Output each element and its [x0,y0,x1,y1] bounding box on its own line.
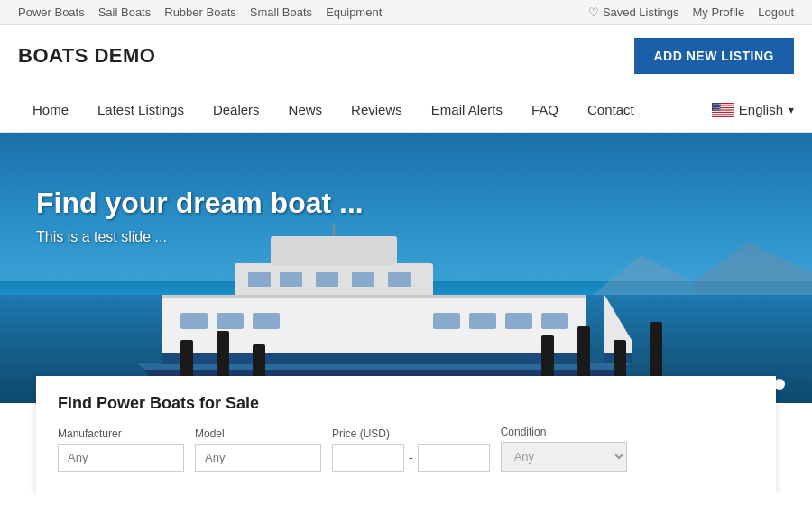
price-label: Price (USD) [332,427,490,440]
svg-rect-41 [316,272,338,287]
add-listing-button[interactable]: ADD NEW LISTING [634,38,795,74]
hero-text: Find your dream boat ... This is a test … [36,187,364,245]
manufacturer-input[interactable] [58,444,184,472]
svg-rect-5 [712,113,734,114]
nav-reviews[interactable]: Reviews [337,87,417,132]
svg-rect-45 [162,295,586,298]
svg-rect-39 [248,272,271,287]
price-max-input[interactable] [418,444,490,472]
category-small-boats[interactable]: Small Boats [250,5,312,19]
hero-subtext: This is a test slide ... [36,229,364,245]
model-label: Model [195,427,321,440]
price-min-input[interactable] [332,444,404,472]
category-sail-boats[interactable]: Sail Boats [98,5,152,19]
nav-links: Home Latest Listings Dealers News Review… [18,87,649,132]
svg-marker-27 [695,242,812,300]
nav-email-alerts[interactable]: Email Alerts [417,87,517,132]
language-selector[interactable]: ★★★★★ ★★★★ ★★★★★ ★★★★ English ▾ [712,102,794,117]
header: BOATS DEMO ADD NEW LISTING [0,25,812,87]
nav-home[interactable]: Home [18,87,83,132]
category-power-boats[interactable]: Power Boats [18,5,85,19]
language-dropdown-arrow: ▾ [789,104,794,116]
svg-rect-43 [388,272,411,287]
category-links: Power Boats Sail Boats Rubber Boats Smal… [18,5,382,19]
manufacturer-field: Manufacturer [58,427,184,472]
nav-dealers[interactable]: Dealers [198,87,274,132]
condition-field: Condition Any New Used [501,426,627,472]
svg-rect-6 [712,115,734,115]
model-field: Model [195,427,321,472]
hero-banner: Find your dream boat ... This is a test … [0,133,812,403]
condition-select[interactable]: Any New Used [501,442,627,472]
model-input[interactable] [195,444,321,472]
nav-news[interactable]: News [274,87,337,132]
top-bar: Power Boats Sail Boats Rubber Boats Smal… [0,0,812,25]
saved-listings-link[interactable]: ♡ Saved Listings [588,5,679,19]
manufacturer-label: Manufacturer [58,427,184,440]
search-title: Find Power Boats for Sale [58,394,754,413]
heart-icon: ♡ [588,5,599,19]
search-panel: Find Power Boats for Sale Manufacturer M… [36,376,776,493]
svg-rect-42 [352,272,374,287]
price-separator: - [409,451,413,465]
nav-faq[interactable]: FAQ [517,87,573,132]
logo: BOATS DEMO [18,44,155,68]
price-field: Price (USD) - [332,427,490,472]
search-fields: Manufacturer Model Price (USD) - Conditi… [58,426,754,472]
my-profile-link[interactable]: My Profile [692,5,744,19]
user-links: ♡ Saved Listings My Profile Logout [588,5,794,19]
price-range: - [332,444,490,472]
hero-heading: Find your dream boat ... [36,187,364,220]
logout-link[interactable]: Logout [758,5,794,19]
nav-contact[interactable]: Contact [573,87,649,132]
nav-latest-listings[interactable]: Latest Listings [83,87,198,132]
us-flag-icon: ★★★★★ ★★★★ ★★★★★ ★★★★ [712,103,734,117]
svg-rect-4 [712,110,734,111]
category-rubber-boats[interactable]: Rubber Boats [164,5,236,19]
svg-rect-40 [280,272,302,287]
main-nav: Home Latest Listings Dealers News Review… [0,87,812,133]
language-text: English [739,102,783,117]
category-equipment[interactable]: Equipment [326,5,382,19]
condition-label: Condition [501,426,627,438]
